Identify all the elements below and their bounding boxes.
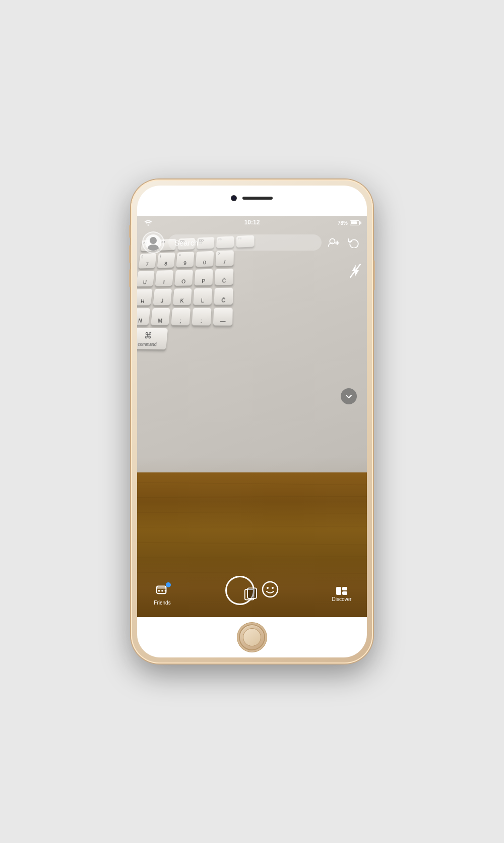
silent-button[interactable]	[129, 225, 131, 238]
home-button-inner	[243, 628, 261, 646]
key-n: N	[137, 308, 150, 325]
key-8: ) 8	[157, 253, 175, 268]
camera-viewfinder: F1 F2 DDF3 DDF4	[137, 216, 367, 617]
key-o: O	[174, 270, 193, 286]
volume-up-button[interactable]	[129, 245, 131, 263]
key-k: K	[173, 288, 192, 305]
key-u: U	[137, 271, 155, 286]
key-0: 0	[196, 251, 214, 267]
key-f4: DDF4	[197, 237, 214, 249]
phone-screen: F1 F2 DDF3 DDF4	[137, 186, 367, 657]
key-f2: F2	[159, 239, 176, 251]
key-f5: F5	[216, 236, 234, 248]
volume-down-button[interactable]	[129, 269, 131, 287]
key-9: = 9	[176, 252, 194, 267]
key-row-nm: N M ; : —	[137, 307, 367, 326]
phone-device: F1 F2 DDF3 DDF4	[131, 179, 373, 664]
key-h: H	[137, 289, 153, 305]
phone-top-hardware	[231, 196, 273, 201]
key-j: J	[153, 289, 172, 306]
key-slash: ? /	[216, 250, 234, 266]
key-f6: F6	[236, 235, 255, 248]
speaker-grill	[242, 197, 273, 200]
key-i: I	[155, 270, 174, 286]
key-f1: F1	[141, 239, 158, 251]
keyboard-keys: F1 F2 DDF3 DDF4	[137, 230, 367, 354]
key-colon: :	[192, 308, 212, 326]
key-dash: —	[213, 308, 233, 325]
key-comma: ;	[171, 308, 191, 325]
key-row-hjkl: H J K L Č	[137, 285, 367, 306]
camera-gradient	[137, 457, 367, 617]
key-7: ( 7	[139, 253, 157, 268]
key-row-uiop: U I O P Č	[137, 265, 367, 286]
screen-content: F1 F2 DDF3 DDF4	[137, 216, 367, 617]
key-f3: DDF3	[177, 238, 195, 250]
key-p: P	[195, 269, 213, 285]
front-camera	[231, 196, 236, 201]
key-c-caron: Č	[215, 269, 233, 285]
key-c2: Č	[214, 288, 233, 305]
keyboard-photo: F1 F2 DDF3 DDF4	[137, 216, 367, 489]
key-l: L	[193, 288, 212, 305]
home-button[interactable]	[239, 624, 265, 650]
key-m: M	[151, 308, 170, 325]
key-command: ⌘ command	[137, 328, 168, 350]
